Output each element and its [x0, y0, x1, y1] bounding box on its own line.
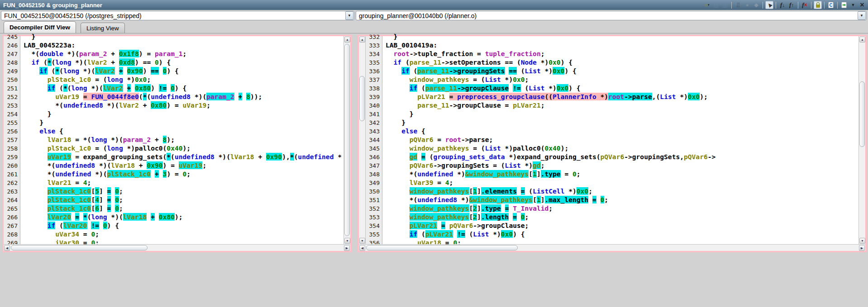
code-text[interactable]: iVar30 = 0; [20, 239, 99, 244]
scrollbar-thumb[interactable] [11, 245, 148, 250]
code-text[interactable]: lVar39 = 4; [382, 179, 453, 186]
lock-icon[interactable] [814, 1, 822, 9]
close-icon[interactable]: × [858, 1, 866, 9]
code-text[interactable]: window_pathkeys[2].length = 0; [382, 213, 529, 221]
dropdown-icon[interactable]: ▼ [849, 1, 857, 9]
code-text[interactable]: window_pathkeys = (List *)palloc0(0x40); [382, 144, 568, 152]
code-text[interactable]: plStack_1c0 = (long *)palloc0(0x40); [20, 144, 191, 152]
code-text[interactable]: lVar20 = *(long *)(lVar18 + 0x80); [20, 213, 183, 221]
code-text[interactable]: if (parse_11->groupClause != (List *)0x0… [382, 84, 581, 92]
tab-decompiler-diff-view[interactable]: Decompiler Diff View [4, 21, 76, 33]
binary-view-icon[interactable]: 1001 [734, 1, 742, 9]
code-text[interactable]: window_pathkeys[2].type = T_Invalid; [382, 204, 553, 212]
code-text[interactable]: uVar19 = FUN_0044f8e0(*(undefined8 *)(pa… [20, 93, 262, 100]
code-text[interactable]: LAB_0045223a: [20, 41, 75, 49]
paste-up-icon[interactable]: ▥ [721, 1, 729, 9]
cursor-tool-icon[interactable]: ▶ [765, 1, 773, 9]
code-text[interactable]: } [382, 33, 397, 40]
scroll-right-icon[interactable]: ▶ [859, 245, 865, 251]
code-text[interactable]: *(double *)(param_2 + 0x1f8) = param_1; [20, 50, 186, 57]
vertical-scrollbar[interactable]: ▲ ▼ [359, 36, 366, 244]
line-number: 263 [4, 187, 20, 196]
code-text[interactable]: root->tuple_fraction = tuple_fraction; [382, 50, 544, 57]
code-text[interactable]: pLVar21 = preprocess_groupclause((Planne… [382, 93, 708, 100]
code-text[interactable]: if (*(long *)(lVar2 + 0xd8) == 0) { [20, 58, 171, 66]
circle-icon[interactable]: ● [743, 1, 751, 9]
code-text[interactable]: else { [382, 127, 425, 135]
scroll-down-icon[interactable]: ▼ [859, 238, 865, 244]
code-text[interactable]: plStack_1c0 = (long *)0x0; [20, 76, 151, 83]
code-text[interactable]: pQVar6 = root->parse; [382, 136, 493, 143]
code-text[interactable]: if (pLVar21 != (List *)0x0) { [382, 230, 525, 238]
code-text[interactable]: gd = (grouping_sets_data *)expand_groupi… [382, 153, 715, 161]
scroll-up-icon[interactable]: ▲ [359, 37, 365, 43]
code-text[interactable]: *(undefined *)(plStack_1c0 + 3) = 0; [20, 170, 191, 178]
tab-listing-view[interactable]: Listing View [81, 23, 125, 33]
code-text[interactable]: if (*(long *)(lVar2 + 0x80) != 0) { [20, 84, 186, 92]
chevron-down-icon[interactable]: ▼ [858, 11, 866, 20]
code-text[interactable]: LAB_0010419a: [382, 41, 437, 49]
code-line: 333LAB_0010419a: [366, 41, 858, 49]
scrollbar-thumb[interactable] [859, 81, 865, 147]
code-line: 355 if (pLVar21 != (List *)0x0) { [366, 230, 858, 238]
diamond-icon[interactable]: ◆ [752, 1, 760, 9]
code-text[interactable]: } [382, 110, 414, 118]
scroll-down-icon[interactable]: ▼ [344, 238, 350, 244]
code-text[interactable]: plStack_1c0[6] = 0; [20, 204, 123, 212]
code-text[interactable]: else { [20, 127, 63, 135]
scroll-left-icon[interactable]: ◀ [359, 245, 365, 251]
remove-function-icon[interactable]: f× [801, 1, 809, 9]
horizontal-scrollbar[interactable]: ◀ ▶ [359, 244, 865, 251]
code-text[interactable]: pQVar6->groupingSets = (List *)gd; [382, 161, 544, 169]
code-text[interactable]: *(undefined8 *)&window_pathkeys[1].max_l… [382, 196, 608, 203]
line-number: 352 [366, 204, 382, 213]
code-text[interactable]: } [382, 118, 405, 126]
code-text[interactable]: uVar34 = 0; [20, 230, 99, 238]
scroll-down-icon[interactable]: ▼ [359, 238, 365, 244]
c-source-icon[interactable]: C [827, 1, 835, 9]
code-text[interactable]: lVar21 = 4; [20, 179, 91, 186]
export-icon[interactable]: ⇒ [840, 1, 848, 9]
code-text[interactable]: } [20, 33, 35, 40]
code-text[interactable]: *(undefined *)&window_pathkeys[1].type =… [382, 170, 581, 178]
code-text[interactable]: plStack_1c0[5] = 0; [20, 187, 123, 195]
code-line: 344 pQVar6 = root->parse; [366, 135, 858, 144]
scrollbar-thumb[interactable] [359, 76, 365, 121]
code-text[interactable]: if (parse_11->groupingSets == (List *)0x… [382, 67, 577, 75]
scroll-up-icon[interactable]: ▲ [859, 37, 865, 43]
code-text[interactable]: uVar18 = 0; [382, 239, 461, 244]
left-function-combo[interactable]: FUN_00452150@00452150 (/postgres_strippe… [1, 11, 354, 20]
code-text[interactable]: *(undefined8 *)(lVar18 + 0x90) = uVar19; [20, 161, 206, 169]
code-text[interactable]: plStack_1c0[4] = 0; [20, 196, 123, 203]
code-text[interactable]: } [20, 110, 52, 118]
list-menu-icon[interactable]: ≡▾ [703, 1, 711, 9]
code-text[interactable]: lVar18 = *(long *)(param_2 + 8); [20, 136, 175, 143]
code-text[interactable]: parse_11->groupClause = pLVar21; [382, 101, 545, 109]
scroll-left-icon[interactable]: ◀ [4, 245, 10, 251]
scrollbar-thumb[interactable] [366, 245, 518, 250]
scrollbar-thumb[interactable] [344, 44, 350, 236]
scroll-up-icon[interactable]: ▲ [344, 37, 350, 43]
line-number: 353 [366, 213, 382, 222]
code-text[interactable]: if (parse_11->setOperations == (Node *)0… [382, 58, 572, 66]
line-number: 251 [4, 84, 20, 93]
horizontal-scrollbar[interactable]: ◀ ▶ [4, 244, 350, 251]
vertical-scrollbar[interactable]: ▲ ▼ [343, 36, 350, 244]
code-line: 342 } [366, 118, 858, 127]
code-text[interactable]: window_pathkeys = (List *)0x0; [382, 76, 529, 83]
code-text[interactable]: window_pathkeys[1].elements = (ListCell … [382, 187, 592, 195]
vertical-scrollbar[interactable]: ▲ ▼ [858, 36, 865, 244]
code-text[interactable]: if (*(long *)(lVar2 + 0x90) == 0) { [20, 67, 179, 75]
right-function-combo[interactable]: grouping_planner@001040b0 (/planner.o) ▼ [356, 11, 867, 20]
code-text[interactable]: uVar19 = expand_grouping_sets(*(undefine… [20, 153, 342, 161]
code-text[interactable]: if (lVar20 != 0) { [20, 222, 119, 229]
code-line: 332 } [366, 32, 858, 41]
function-down-icon[interactable]: f↓ [778, 1, 787, 9]
chevron-down-icon[interactable]: ▼ [345, 11, 353, 20]
code-text[interactable]: } [20, 118, 43, 126]
paste-down-icon[interactable]: ▤ [712, 1, 720, 9]
function-up-icon[interactable]: f↑ [787, 1, 796, 9]
code-text[interactable]: pLVar21 = pQVar6->groupClause; [382, 222, 529, 229]
scroll-right-icon[interactable]: ▶ [344, 245, 350, 251]
code-text[interactable]: *(undefined8 *)(lVar2 + 0x80) = uVar19; [20, 101, 210, 109]
